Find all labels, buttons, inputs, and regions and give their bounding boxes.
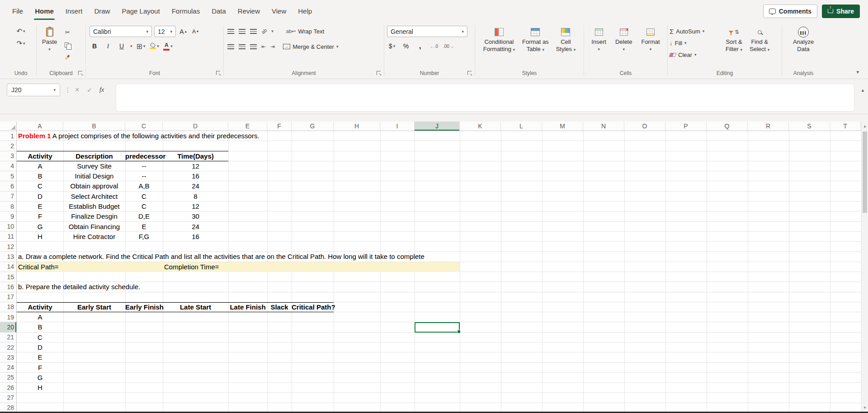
row-header-21[interactable]: 21 [0,333,16,343]
row-header-3[interactable]: 3 [0,151,16,161]
cell-B18[interactable]: Early Start [63,302,125,312]
tab-review[interactable]: Review [232,0,266,22]
cell-C6[interactable]: A,B [125,181,163,191]
row-header-26[interactable]: 26 [0,383,16,393]
cell-D5[interactable]: 16 [163,171,228,181]
cell-D10[interactable]: 24 [163,222,228,232]
cell-E18[interactable]: Late Finish [228,302,267,312]
cell-A21[interactable]: C [17,333,63,343]
increase-indent-icon[interactable]: ⇥ [270,43,275,50]
cell-C3[interactable]: predecessor [125,151,163,161]
row-header-2[interactable]: 2 [0,141,16,151]
clipboard-dialog-launcher-icon[interactable] [78,71,82,75]
col-header-O[interactable]: O [624,122,665,131]
col-header-B[interactable]: B [63,122,125,131]
row-header-10[interactable]: 10 [0,222,16,232]
insert-cells-button[interactable]: Insert ▾ [589,26,609,70]
cell-A13[interactable]: a. Draw a complete network. Find the Cri… [18,252,425,262]
cell-A18[interactable]: Activity [17,302,63,312]
cell-A9[interactable]: F [17,211,63,221]
cell-A25[interactable]: G [17,373,63,383]
decrease-decimal-button[interactable]: .00→ [443,41,454,52]
cell-C9[interactable]: D,E [125,211,163,221]
delete-cells-button[interactable]: Delete ▾ [613,26,635,70]
comments-button[interactable]: Comments [763,5,817,18]
col-header-S[interactable]: S [789,122,830,131]
cell-D7[interactable]: 8 [163,192,228,202]
row-header-14[interactable]: 14 [0,262,16,272]
row-header-11[interactable]: 11 [0,232,16,242]
row-header-5[interactable]: 5 [0,171,16,181]
row-header-17[interactable]: 17 [0,292,16,302]
cell-G18[interactable]: Critical Path? [292,302,334,312]
cell-C5[interactable]: -- [125,171,163,181]
alignment-dialog-launcher-icon[interactable] [377,71,381,75]
orientation-icon[interactable]: ab [260,27,268,35]
cell-B3[interactable]: Description [63,151,125,161]
align-middle-icon[interactable] [239,29,245,34]
cancel-icon[interactable]: × [75,84,79,95]
cell-D18[interactable]: Late Start [163,302,228,312]
cell-C4[interactable]: -- [125,161,163,171]
undo-button[interactable]: ↶ ▾ [16,26,26,37]
cell-C10[interactable]: E [125,222,163,232]
row-header-1[interactable]: 1 [0,131,16,141]
italic-button[interactable]: I [103,41,113,52]
font-size-select[interactable]: 12 ▾ [154,26,176,37]
row-header-12[interactable]: 12 [0,242,16,252]
format-as-table-button[interactable]: Format as Table ▾ [519,26,552,70]
row-header-7[interactable]: 7 [0,192,16,202]
cut-button[interactable]: ✂ [62,27,72,38]
increase-decimal-button[interactable]: ←.0 [429,41,439,52]
cell-B8[interactable]: Establish Budget [63,202,125,211]
collapse-formula-bar-icon[interactable]: ▴ [861,87,864,93]
analyze-data-button[interactable]: Analyze Data [790,26,816,70]
tab-home[interactable]: Home [29,0,60,22]
align-right-icon[interactable] [250,44,257,49]
align-bottom-icon[interactable] [250,29,257,34]
row-header-25[interactable]: 25 [0,373,16,383]
cell-C18[interactable]: Early Finish [125,302,163,312]
underline-dropdown-icon[interactable]: ▾ [130,44,132,48]
cell-A7[interactable]: D [17,192,63,202]
cell-B11[interactable]: Hire Cotractor [63,232,125,242]
scrollbar-up-icon[interactable]: ▲ [862,122,868,130]
row-header-22[interactable]: 22 [0,343,16,352]
cell-B5[interactable]: Initial Design [63,171,125,181]
cell-B9[interactable]: Finalize Desgin [63,211,125,221]
cell-D14[interactable]: Completion Time= [164,262,219,272]
decrease-indent-icon[interactable]: ⇤ [261,43,266,50]
cell-A16[interactable]: b. Prepare the detailed activity schedul… [18,282,140,292]
cell-D11[interactable]: 16 [163,232,228,242]
tab-view[interactable]: View [266,0,292,22]
row-header-6[interactable]: 6 [0,181,16,191]
wrap-text-button[interactable]: ab↩ Wrap Text [285,26,325,37]
cell-D4[interactable]: 12 [163,161,228,171]
row-header-13[interactable]: 13 [0,252,16,262]
col-header-G[interactable]: G [292,122,334,131]
col-header-E[interactable]: E [228,122,267,131]
cell-A10[interactable]: G [17,222,63,232]
row-header-15[interactable]: 15 [0,272,16,282]
format-painter-button[interactable] [62,52,72,63]
share-button[interactable]: Share [822,5,860,18]
row-header-20[interactable]: 20 [0,322,16,332]
autosum-button[interactable]: Σ AutoSum ▾ [669,26,721,37]
row-header-24[interactable]: 24 [0,362,16,372]
vertical-scrollbar[interactable]: ▲ ▼ [861,122,868,413]
row-header-8[interactable]: 8 [0,202,16,211]
paste-button[interactable]: Paste ▾ [39,26,60,70]
cell-A20[interactable]: B [17,322,63,332]
decrease-font-button[interactable]: A▾ [190,26,200,37]
tab-page-layout[interactable]: Page Layout [116,0,165,22]
col-header-M[interactable]: M [542,122,583,131]
fill-color-button[interactable]: ▾ [150,41,160,52]
cell-A26[interactable]: H [17,383,63,393]
redo-button[interactable]: ↷ ▾ [16,38,26,49]
col-header-R[interactable]: R [748,122,789,131]
row-header-23[interactable]: 23 [0,352,16,362]
cell-styles-button[interactable]: Cell Styles ▾ [553,26,579,70]
copy-button[interactable] [62,39,72,50]
sort-filter-button[interactable]: ⇅ Sort & Filter ▾ [723,26,745,70]
underline-button[interactable]: U [117,41,127,52]
